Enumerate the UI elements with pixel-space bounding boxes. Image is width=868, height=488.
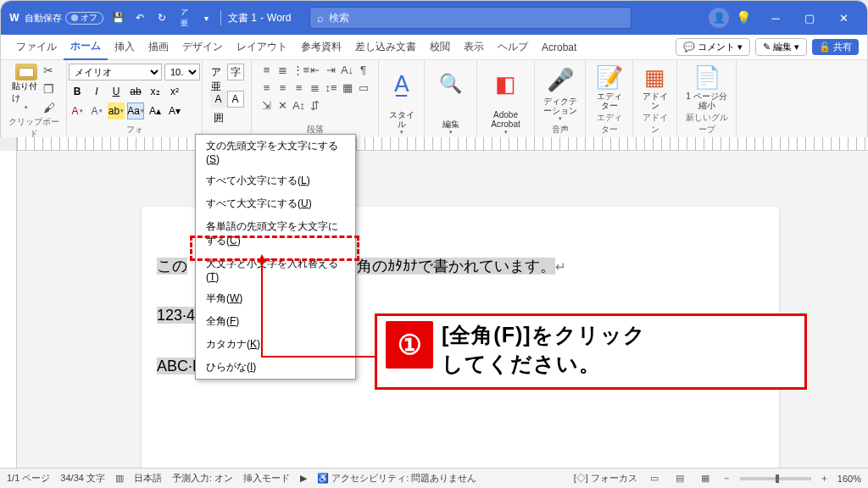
menu-half-width[interactable]: 半角(W) bbox=[196, 287, 355, 310]
phonetic-button[interactable]: ア亜 bbox=[210, 71, 227, 88]
status-page[interactable]: 1/1 ページ bbox=[7, 472, 50, 485]
subscript-button[interactable]: x₂ bbox=[147, 83, 164, 100]
phonetic-guide-icon[interactable]: ア亜 bbox=[173, 7, 195, 29]
account-icon[interactable]: 👤 bbox=[709, 8, 729, 28]
underline-button[interactable]: U bbox=[108, 83, 125, 100]
char-shading-button[interactable]: 囲 bbox=[210, 110, 227, 127]
shrink-font-button[interactable]: A▾ bbox=[166, 103, 183, 119]
font-size-select[interactable]: 10.5 bbox=[164, 64, 200, 80]
menu-uppercase[interactable]: すべて大文字にする(U) bbox=[196, 192, 355, 215]
text-effects-button[interactable]: A bbox=[88, 103, 105, 119]
save-icon[interactable]: 💾 bbox=[107, 12, 129, 24]
menu-katakana[interactable]: カタカナ(K) bbox=[196, 333, 355, 356]
paragraph-sort-button[interactable]: A↕ bbox=[292, 99, 306, 113]
horizontal-ruler[interactable] bbox=[0, 137, 868, 151]
document-title[interactable]: 文書 1 - Word bbox=[228, 11, 291, 25]
tab-review[interactable]: 校閲 bbox=[423, 35, 457, 60]
adobe-group[interactable]: ◧ Adobe Acrobat▾ bbox=[477, 60, 535, 137]
view-read-button[interactable]: ▭ bbox=[646, 472, 663, 485]
tab-design[interactable]: デザイン bbox=[175, 35, 230, 60]
tab-references[interactable]: 参考資料 bbox=[294, 35, 348, 60]
status-accessibility[interactable]: ♿ アクセシビリティ: 問題ありません bbox=[317, 472, 476, 485]
status-word-count[interactable]: 34/34 文字 bbox=[60, 472, 105, 485]
grow-font-button[interactable]: A▴ bbox=[147, 103, 164, 119]
font-name-select[interactable]: メイリオ bbox=[69, 64, 162, 80]
status-macro-icon[interactable]: ▶ bbox=[300, 473, 307, 484]
status-predictive-input[interactable]: 予測入力: オン bbox=[172, 472, 233, 485]
line-spacing-button[interactable]: ↕≡ bbox=[325, 81, 338, 95]
zoom-percent[interactable]: 160% bbox=[837, 474, 861, 484]
zoom-out-button[interactable]: － bbox=[722, 472, 732, 485]
zoom-slider[interactable] bbox=[740, 477, 811, 480]
clear-format-button[interactable]: A bbox=[210, 91, 227, 108]
tab-insert[interactable]: 挿入 bbox=[108, 35, 142, 60]
status-insert-mode[interactable]: 挿入モード bbox=[243, 472, 290, 485]
menu-full-width[interactable]: 全角(F) bbox=[196, 310, 355, 333]
editing-mode-button[interactable]: ✎編集▾ bbox=[755, 38, 807, 56]
distribute-button[interactable]: ⇲ bbox=[260, 99, 274, 113]
justify-button[interactable]: ≣ bbox=[309, 81, 322, 95]
increase-indent-button[interactable]: ⇥ bbox=[325, 64, 338, 77]
paste-button[interactable]: 貼り付け ▾ bbox=[12, 64, 41, 111]
tab-view[interactable]: 表示 bbox=[457, 35, 491, 60]
bullets-button[interactable]: ≡ bbox=[260, 64, 274, 77]
dictation-group[interactable]: 🎤 ディクテーション▾ 音声 bbox=[535, 60, 586, 137]
numbering-button[interactable]: ≣ bbox=[276, 64, 290, 77]
editor-group[interactable]: 📝 エディター エディター bbox=[586, 60, 633, 137]
tab-draw[interactable]: 描画 bbox=[142, 35, 175, 60]
focus-mode-button[interactable]: [◇] フォーカス bbox=[574, 472, 637, 485]
borders-button[interactable]: ▭ bbox=[357, 81, 370, 95]
italic-button[interactable]: I bbox=[88, 83, 105, 100]
view-print-button[interactable]: ▤ bbox=[671, 472, 688, 485]
close-button[interactable]: ✕ bbox=[826, 1, 860, 35]
view-web-button[interactable]: ▦ bbox=[697, 472, 714, 485]
redo-icon[interactable]: ↻ bbox=[151, 12, 173, 24]
superscript-button[interactable]: x² bbox=[166, 83, 183, 100]
menu-hiragana[interactable]: ひらがな(I) bbox=[196, 356, 355, 379]
char-border-button[interactable]: A bbox=[227, 91, 244, 108]
sort-button[interactable]: A↓ bbox=[341, 64, 354, 77]
maximize-button[interactable]: ▢ bbox=[793, 1, 826, 35]
search-input[interactable]: ⌕ 検索 bbox=[309, 7, 632, 29]
shading-button[interactable]: ▦ bbox=[341, 81, 354, 95]
undo-icon[interactable]: ↶ bbox=[129, 12, 151, 24]
align-right-button[interactable]: ≡ bbox=[292, 81, 306, 95]
comments-button[interactable]: 💬コメント▾ bbox=[676, 38, 750, 56]
tab-help[interactable]: ヘルプ bbox=[491, 35, 535, 60]
enclose-char-button[interactable]: 字 bbox=[227, 64, 244, 80]
menu-capitalize-each-word[interactable]: 各単語の先頭文字を大文字にする(C) bbox=[196, 215, 355, 252]
tab-layout[interactable]: レイアウト bbox=[230, 35, 294, 60]
font-color-button[interactable]: A bbox=[69, 103, 86, 119]
menu-toggle-case[interactable]: 大文字と小文字を入れ替える(T) bbox=[196, 252, 355, 287]
autosave-toggle[interactable]: 自動保存 オフ bbox=[25, 12, 103, 25]
status-spellcheck-icon[interactable]: ▥ bbox=[115, 473, 124, 484]
menu-sentence-case[interactable]: 文の先頭文字を大文字にする(S) bbox=[196, 135, 355, 169]
asian-layout-button[interactable]: ✕ bbox=[276, 99, 290, 113]
align-center-button[interactable]: ≡ bbox=[276, 81, 290, 95]
paragraph-settings-button[interactable]: ⇵ bbox=[309, 99, 322, 113]
editing-group[interactable]: 🔍 編集▾ bbox=[425, 60, 477, 137]
minimize-button[interactable]: ─ bbox=[759, 1, 793, 35]
format-painter-icon[interactable]: 🖌 bbox=[43, 101, 55, 114]
tab-acrobat[interactable]: Acrobat bbox=[535, 35, 583, 60]
autosave-state-pill[interactable]: オフ bbox=[65, 12, 103, 25]
cut-icon[interactable]: ✂ bbox=[43, 64, 55, 77]
help-lightbulb-icon[interactable]: 💡 bbox=[736, 10, 752, 25]
tab-file[interactable]: ファイル bbox=[9, 35, 64, 60]
multilevel-button[interactable]: ⋮≡ bbox=[292, 64, 306, 77]
menu-lowercase[interactable]: すべて小文字にする(L) bbox=[196, 169, 355, 192]
styles-group[interactable]: A̲ スタイル▾ bbox=[379, 60, 425, 137]
change-case-button[interactable]: Aa bbox=[127, 103, 144, 119]
zoom-in-button[interactable]: ＋ bbox=[820, 472, 829, 485]
strike-button[interactable]: ab bbox=[127, 83, 144, 100]
tab-mailings[interactable]: 差し込み文書 bbox=[348, 35, 423, 60]
bold-button[interactable]: B bbox=[69, 83, 86, 100]
copy-icon[interactable]: ❐ bbox=[43, 82, 55, 96]
qat-overflow-icon[interactable]: ▾ bbox=[195, 14, 217, 23]
share-button[interactable]: 🔓 共有 bbox=[812, 39, 859, 55]
highlight-button[interactable]: ab bbox=[108, 103, 125, 119]
status-language[interactable]: 日本語 bbox=[134, 472, 162, 485]
addin-group[interactable]: ▦ アドイン アドイン bbox=[633, 60, 677, 137]
decrease-indent-button[interactable]: ⇤ bbox=[309, 64, 322, 77]
show-marks-button[interactable]: ¶ bbox=[357, 64, 370, 77]
